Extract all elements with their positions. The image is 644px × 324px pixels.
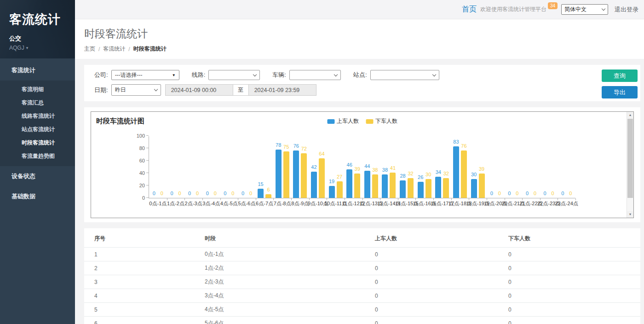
bar-slot: 32 [408, 136, 414, 198]
bar-上车人数[interactable] [346, 169, 352, 198]
station-select[interactable] [370, 70, 439, 80]
notification-badge[interactable]: 34 [548, 2, 558, 9]
language-select[interactable]: 简体中文 [561, 4, 608, 15]
y-axis-tick-label: 0 [142, 195, 145, 201]
sidebar-logo-area: 客流统计 公交 AQGJ ▾ [0, 0, 75, 58]
query-button[interactable]: 查询 [602, 69, 638, 82]
sidebar-section-passenger-stats[interactable]: 客流统计 [0, 60, 75, 81]
bar-下车人数[interactable] [461, 150, 467, 198]
bar-pair: 00 [169, 136, 183, 198]
bar-slot: 15 [258, 136, 264, 198]
export-button[interactable]: 导出 [602, 86, 638, 98]
bar-上车人数[interactable] [329, 186, 335, 198]
x-axis-label: 4点-5点 [220, 200, 238, 207]
bar-pair: 00 [222, 136, 236, 198]
bar-value-label: 6 [267, 187, 270, 192]
table-column-header: 序号 [84, 230, 201, 248]
chart-category: 004点-5点 [220, 136, 238, 198]
bar-下车人数[interactable] [426, 179, 431, 198]
breadcrumb-home[interactable]: 主页 [84, 45, 95, 53]
scroll-up-icon[interactable]: ▲ [627, 112, 633, 118]
bar-上车人数[interactable] [364, 171, 370, 198]
scrollbar-thumb[interactable] [627, 119, 633, 198]
y-axis-tick-mark [146, 173, 149, 173]
sidebar-section-device-status[interactable]: 设备状态 [0, 166, 75, 186]
bar-slot: 0 [222, 136, 228, 198]
date-range-group: 2024-01-09 00:00 至 2024-01-09 23:59 [165, 84, 316, 96]
bar-上车人数[interactable] [276, 150, 282, 198]
scroll-down-icon[interactable]: ▼ [627, 211, 633, 218]
bar-下车人数[interactable] [390, 173, 396, 198]
bar-下车人数[interactable] [479, 174, 485, 198]
bar-上车人数[interactable] [453, 146, 459, 198]
bar-pair: 2630 [418, 136, 431, 198]
sidebar-section-base-data[interactable]: 基础数据 [0, 186, 75, 207]
chart-legend: 上车人数下车人数 [327, 117, 397, 125]
sidebar-item-4[interactable]: 站点客流统计 [0, 123, 75, 136]
bar-下车人数[interactable] [372, 174, 378, 198]
chart-categories: 000点-1点001点-2点002点-3点003点-4点004点-5点005点-… [149, 136, 575, 198]
bar-slot: 0 [169, 136, 175, 198]
vehicle-select[interactable] [289, 70, 341, 80]
triangle-down-icon: ▼ [172, 73, 176, 77]
x-axis-label: 8点-9点 [291, 200, 309, 207]
chart-category: 0020点-21点 [505, 136, 523, 198]
logout-link[interactable]: 退出登录 [615, 6, 638, 14]
date-preset-select[interactable]: 昨日 [111, 84, 161, 96]
bar-下车人数[interactable] [301, 153, 307, 198]
bar-上车人数[interactable] [471, 179, 477, 198]
bar-slot: 0 [204, 136, 210, 198]
bar-value-label: 44 [364, 163, 370, 169]
sidebar-item-1[interactable]: 客流明细 [0, 83, 75, 96]
bar-下车人数[interactable] [408, 178, 414, 198]
bar-下车人数[interactable] [443, 178, 449, 198]
y-axis-tick-label: 80 [139, 145, 145, 151]
y-axis-tick-label: 100 [137, 133, 145, 139]
bar-下车人数[interactable] [337, 181, 343, 198]
org-code-dropdown[interactable]: AQGJ ▾ [9, 45, 75, 51]
data-table: 序号时段上车人数下车人数 10点-1点0021点-2点0032点-3点0043点… [84, 230, 640, 324]
sidebar-item-3[interactable]: 线路客流统计 [0, 110, 75, 123]
chart-vertical-scrollbar[interactable]: ▲ ▼ [627, 112, 633, 218]
table-cell: 0 [505, 248, 640, 261]
bar-pair: 2832 [400, 136, 414, 198]
date-start-input[interactable]: 2024-01-09 00:00 [165, 84, 233, 96]
date-label: 日期: [94, 86, 108, 94]
chevron-down-icon [602, 7, 605, 11]
date-end-input[interactable]: 2024-01-09 23:59 [248, 84, 316, 96]
bar-上车人数[interactable] [258, 189, 264, 198]
bar-value-label: 0 [490, 191, 493, 196]
org-name: 公交 [9, 35, 75, 43]
home-link[interactable]: 首页 [462, 5, 477, 14]
bar-pair: 4438 [364, 136, 378, 198]
bar-上车人数[interactable] [435, 177, 441, 198]
bar-slot: 38 [372, 136, 378, 198]
chart-container: 时段车流统计图 上车人数下车人数 000点-1点001点-2点002点-3点00… [91, 111, 634, 218]
bar-下车人数[interactable] [265, 194, 271, 198]
bar-上车人数[interactable] [382, 174, 388, 198]
company-select[interactable]: ---请选择--- ▼ [111, 70, 179, 80]
bar-上车人数[interactable] [293, 150, 299, 198]
bar-pair: 8376 [453, 136, 467, 198]
station-filter: 站点: [353, 70, 439, 80]
legend-item[interactable]: 上车人数 [327, 117, 359, 125]
sidebar-item-5[interactable]: 时段客流统计 [0, 136, 75, 150]
sidebar-item-6[interactable]: 客流量趋势图 [0, 150, 75, 163]
legend-label: 上车人数 [337, 117, 359, 125]
sidebar-item-2[interactable]: 客流汇总 [0, 96, 75, 110]
line-select[interactable] [208, 70, 260, 80]
bar-下车人数[interactable] [319, 158, 325, 198]
chart-category: 0023点-24点 [558, 136, 575, 198]
bar-上车人数[interactable] [418, 182, 424, 198]
bar-value-label: 0 [561, 191, 564, 196]
bar-下车人数[interactable] [354, 174, 360, 198]
bar-slot: 39 [479, 136, 485, 198]
breadcrumb-passenger-stats[interactable]: 客流统计 [103, 45, 125, 53]
bar-下车人数[interactable] [283, 151, 289, 198]
bar-上车人数[interactable] [400, 180, 406, 198]
chart-category: 192710点-11点 [327, 136, 345, 198]
bar-上车人数[interactable] [311, 172, 317, 198]
bar-slot: 30 [471, 136, 477, 198]
chart-category: 0021点-22点 [522, 136, 540, 198]
legend-item[interactable]: 下车人数 [366, 117, 397, 125]
